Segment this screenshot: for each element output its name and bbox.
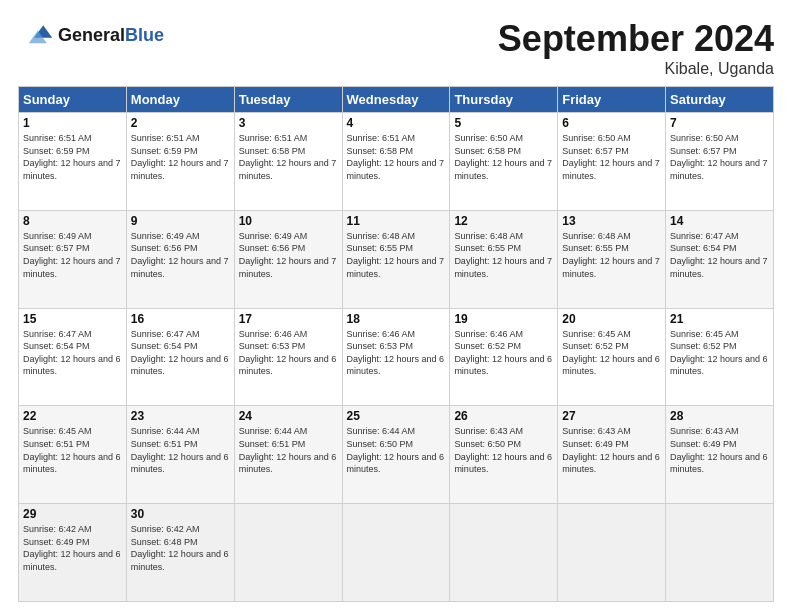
day-number: 10 [239, 214, 338, 228]
calendar-cell: 2Sunrise: 6:51 AMSunset: 6:59 PMDaylight… [126, 113, 234, 211]
day-number: 3 [239, 116, 338, 130]
calendar: SundayMondayTuesdayWednesdayThursdayFrid… [18, 86, 774, 602]
calendar-cell [666, 504, 774, 602]
day-info: Sunrise: 6:45 AMSunset: 6:52 PMDaylight:… [670, 328, 769, 378]
location: Kibale, Uganda [498, 60, 774, 78]
week-row-4: 22Sunrise: 6:45 AMSunset: 6:51 PMDayligh… [19, 406, 774, 504]
month-title: September 2024 [498, 18, 774, 60]
day-number: 7 [670, 116, 769, 130]
day-number: 11 [347, 214, 446, 228]
day-number: 24 [239, 409, 338, 423]
day-info: Sunrise: 6:50 AMSunset: 6:58 PMDaylight:… [454, 132, 553, 182]
week-row-2: 8Sunrise: 6:49 AMSunset: 6:57 PMDaylight… [19, 210, 774, 308]
calendar-cell: 19Sunrise: 6:46 AMSunset: 6:52 PMDayligh… [450, 308, 558, 406]
week-row-5: 29Sunrise: 6:42 AMSunset: 6:49 PMDayligh… [19, 504, 774, 602]
calendar-cell: 1Sunrise: 6:51 AMSunset: 6:59 PMDaylight… [19, 113, 127, 211]
calendar-cell: 15Sunrise: 6:47 AMSunset: 6:54 PMDayligh… [19, 308, 127, 406]
day-number: 14 [670, 214, 769, 228]
header: GeneralBlue September 2024 Kibale, Ugand… [18, 18, 774, 78]
calendar-cell: 20Sunrise: 6:45 AMSunset: 6:52 PMDayligh… [558, 308, 666, 406]
week-row-1: 1Sunrise: 6:51 AMSunset: 6:59 PMDaylight… [19, 113, 774, 211]
day-info: Sunrise: 6:51 AMSunset: 6:59 PMDaylight:… [131, 132, 230, 182]
day-info: Sunrise: 6:43 AMSunset: 6:49 PMDaylight:… [670, 425, 769, 475]
day-info: Sunrise: 6:44 AMSunset: 6:50 PMDaylight:… [347, 425, 446, 475]
day-info: Sunrise: 6:48 AMSunset: 6:55 PMDaylight:… [347, 230, 446, 280]
day-number: 27 [562, 409, 661, 423]
day-info: Sunrise: 6:48 AMSunset: 6:55 PMDaylight:… [454, 230, 553, 280]
day-info: Sunrise: 6:51 AMSunset: 6:59 PMDaylight:… [23, 132, 122, 182]
day-info: Sunrise: 6:46 AMSunset: 6:52 PMDaylight:… [454, 328, 553, 378]
day-info: Sunrise: 6:45 AMSunset: 6:52 PMDaylight:… [562, 328, 661, 378]
day-number: 26 [454, 409, 553, 423]
day-number: 15 [23, 312, 122, 326]
day-number: 25 [347, 409, 446, 423]
day-info: Sunrise: 6:44 AMSunset: 6:51 PMDaylight:… [131, 425, 230, 475]
day-number: 29 [23, 507, 122, 521]
day-number: 20 [562, 312, 661, 326]
day-number: 2 [131, 116, 230, 130]
day-info: Sunrise: 6:47 AMSunset: 6:54 PMDaylight:… [131, 328, 230, 378]
day-number: 1 [23, 116, 122, 130]
day-number: 6 [562, 116, 661, 130]
day-info: Sunrise: 6:46 AMSunset: 6:53 PMDaylight:… [239, 328, 338, 378]
day-number: 28 [670, 409, 769, 423]
day-info: Sunrise: 6:49 AMSunset: 6:57 PMDaylight:… [23, 230, 122, 280]
calendar-cell: 5Sunrise: 6:50 AMSunset: 6:58 PMDaylight… [450, 113, 558, 211]
calendar-cell: 26Sunrise: 6:43 AMSunset: 6:50 PMDayligh… [450, 406, 558, 504]
calendar-cell: 4Sunrise: 6:51 AMSunset: 6:58 PMDaylight… [342, 113, 450, 211]
day-info: Sunrise: 6:50 AMSunset: 6:57 PMDaylight:… [670, 132, 769, 182]
calendar-cell: 9Sunrise: 6:49 AMSunset: 6:56 PMDaylight… [126, 210, 234, 308]
calendar-cell: 24Sunrise: 6:44 AMSunset: 6:51 PMDayligh… [234, 406, 342, 504]
day-number: 9 [131, 214, 230, 228]
calendar-cell [342, 504, 450, 602]
calendar-cell: 25Sunrise: 6:44 AMSunset: 6:50 PMDayligh… [342, 406, 450, 504]
day-info: Sunrise: 6:50 AMSunset: 6:57 PMDaylight:… [562, 132, 661, 182]
day-info: Sunrise: 6:45 AMSunset: 6:51 PMDaylight:… [23, 425, 122, 475]
weekday-header-row: SundayMondayTuesdayWednesdayThursdayFrid… [19, 87, 774, 113]
day-info: Sunrise: 6:49 AMSunset: 6:56 PMDaylight:… [131, 230, 230, 280]
day-info: Sunrise: 6:42 AMSunset: 6:49 PMDaylight:… [23, 523, 122, 573]
calendar-cell: 22Sunrise: 6:45 AMSunset: 6:51 PMDayligh… [19, 406, 127, 504]
calendar-cell: 8Sunrise: 6:49 AMSunset: 6:57 PMDaylight… [19, 210, 127, 308]
day-number: 12 [454, 214, 553, 228]
logo: GeneralBlue [18, 18, 164, 54]
calendar-cell: 17Sunrise: 6:46 AMSunset: 6:53 PMDayligh… [234, 308, 342, 406]
day-info: Sunrise: 6:43 AMSunset: 6:49 PMDaylight:… [562, 425, 661, 475]
weekday-header-monday: Monday [126, 87, 234, 113]
day-number: 23 [131, 409, 230, 423]
day-number: 17 [239, 312, 338, 326]
day-number: 22 [23, 409, 122, 423]
logo-icon [18, 18, 54, 54]
day-info: Sunrise: 6:43 AMSunset: 6:50 PMDaylight:… [454, 425, 553, 475]
page: GeneralBlue September 2024 Kibale, Ugand… [0, 0, 792, 612]
calendar-cell: 12Sunrise: 6:48 AMSunset: 6:55 PMDayligh… [450, 210, 558, 308]
day-info: Sunrise: 6:46 AMSunset: 6:53 PMDaylight:… [347, 328, 446, 378]
calendar-cell: 3Sunrise: 6:51 AMSunset: 6:58 PMDaylight… [234, 113, 342, 211]
day-info: Sunrise: 6:51 AMSunset: 6:58 PMDaylight:… [347, 132, 446, 182]
day-info: Sunrise: 6:47 AMSunset: 6:54 PMDaylight:… [670, 230, 769, 280]
calendar-cell: 7Sunrise: 6:50 AMSunset: 6:57 PMDaylight… [666, 113, 774, 211]
day-number: 16 [131, 312, 230, 326]
day-number: 19 [454, 312, 553, 326]
day-number: 4 [347, 116, 446, 130]
weekday-header-friday: Friday [558, 87, 666, 113]
day-number: 21 [670, 312, 769, 326]
calendar-cell: 28Sunrise: 6:43 AMSunset: 6:49 PMDayligh… [666, 406, 774, 504]
calendar-cell: 16Sunrise: 6:47 AMSunset: 6:54 PMDayligh… [126, 308, 234, 406]
weekday-header-thursday: Thursday [450, 87, 558, 113]
day-info: Sunrise: 6:44 AMSunset: 6:51 PMDaylight:… [239, 425, 338, 475]
calendar-cell [450, 504, 558, 602]
title-block: September 2024 Kibale, Uganda [498, 18, 774, 78]
calendar-cell: 13Sunrise: 6:48 AMSunset: 6:55 PMDayligh… [558, 210, 666, 308]
calendar-cell: 11Sunrise: 6:48 AMSunset: 6:55 PMDayligh… [342, 210, 450, 308]
logo-line1: GeneralBlue [58, 26, 164, 46]
day-info: Sunrise: 6:49 AMSunset: 6:56 PMDaylight:… [239, 230, 338, 280]
weekday-header-sunday: Sunday [19, 87, 127, 113]
calendar-cell: 27Sunrise: 6:43 AMSunset: 6:49 PMDayligh… [558, 406, 666, 504]
logo-text: GeneralBlue [58, 26, 164, 46]
weekday-header-wednesday: Wednesday [342, 87, 450, 113]
weekday-header-saturday: Saturday [666, 87, 774, 113]
calendar-cell: 21Sunrise: 6:45 AMSunset: 6:52 PMDayligh… [666, 308, 774, 406]
calendar-cell: 29Sunrise: 6:42 AMSunset: 6:49 PMDayligh… [19, 504, 127, 602]
calendar-cell: 23Sunrise: 6:44 AMSunset: 6:51 PMDayligh… [126, 406, 234, 504]
